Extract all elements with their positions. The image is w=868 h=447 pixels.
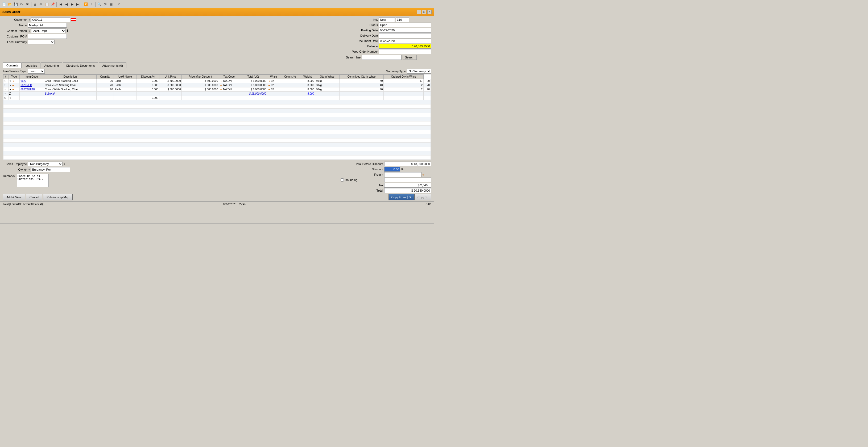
contact-person-select[interactable]: Acct. Dept. [31,28,66,33]
contact-person-label: Contact Person [3,29,27,32]
delivery-date-input[interactable] [379,33,431,38]
maximize-button[interactable]: □ [422,10,426,14]
toolbar-paste-icon[interactable]: 📌 [50,2,55,7]
cell-num: 3 [3,88,8,92]
toolbar-prev-icon[interactable]: ◀ [64,2,69,7]
tab-accounting[interactable]: Accounting [41,63,62,68]
cell-unit-price[interactable]: $ 300.0000 [159,88,182,92]
toolbar-close-icon[interactable]: ✖ [25,2,30,7]
toolbar-saveas-icon[interactable]: 🗂 [19,2,24,7]
customer-input[interactable] [31,17,70,22]
cell-tax-code [219,92,239,96]
close-button[interactable]: ✕ [427,10,432,14]
table-row: 2 ▼ ➔ 6620RED Chair - Red Stacking Chair… [3,83,431,88]
cell-discount[interactable]: 0.000 [136,83,159,88]
summary-type-select[interactable]: No Summary [407,69,431,74]
toolbar-next-icon[interactable]: ▶ [69,2,75,7]
cell-quantity[interactable]: 20 [96,79,114,83]
sales-employee-info-icon[interactable]: ℹ [64,162,65,166]
table-row-empty [3,147,431,151]
contact-info-icon[interactable]: ℹ [67,29,68,33]
web-order-number-input[interactable] [379,49,431,54]
name-input[interactable] [28,23,67,28]
cell-comm [280,92,300,96]
name-row: Name [3,23,169,28]
table-row: 1 ▼ ➔ 6620 Chair - Black Stacking Chair … [3,79,431,83]
no-value-input[interactable] [396,17,409,22]
table-row: 3 ▼ ➔ 6620WHITE Chair - White Stacking C… [3,88,431,92]
toolbar-last-icon[interactable]: ▶| [75,2,81,7]
toolbar-filter-icon[interactable]: 🔽 [83,2,88,7]
balance-input[interactable] [379,44,431,48]
document-date-input[interactable] [379,38,431,43]
window-title: Sales Order [2,10,20,14]
search-button[interactable]: Search [403,55,417,60]
col-comm: Comm. % [280,75,300,79]
freight-arrow-icon[interactable]: ➔ [422,173,425,176]
title-bar: Sales Order _ □ ✕ [0,8,434,16]
no-status-input[interactable] [379,17,395,22]
rounding-checkbox[interactable] [341,178,344,181]
copy-from-button[interactable]: Copy From ▼ [389,194,414,200]
table-row-empty [3,143,431,147]
search-line-input[interactable] [362,55,402,60]
table-row: 5 ▼ 0.000 [3,96,431,100]
cell-quantity[interactable]: 20 [96,83,114,88]
toolbar-open-icon[interactable]: 📂 [7,2,12,7]
cell-discount[interactable]: 0.000 [136,79,159,83]
cell-committed: 2 [384,88,424,92]
copy-to-button[interactable]: Copy To [414,194,431,200]
cell-description: Chair - White Stacking Chair [44,88,96,92]
tab-logistics[interactable]: Logistics [22,63,40,68]
cell-total-lc: $ 18,000.0000 [239,92,267,96]
cell-unit-price [159,96,182,100]
toolbar-scale-icon[interactable]: ⚖ [102,2,108,7]
right-fields-grid: No. Status Posting Date Delivery Date Do… [346,17,431,54]
cell-whse: ➔ 02 [267,79,280,83]
tab-electronic-documents[interactable]: Electronic Documents [63,63,98,68]
toolbar-zoom-icon[interactable]: 🔍 [97,2,102,7]
cancel-button[interactable]: Cancel [26,194,42,200]
toolbar-save-icon[interactable]: 💾 [13,2,18,7]
toolbar-copy-icon[interactable]: 📋 [44,2,50,7]
cell-price-after [182,92,219,96]
remarks-textarea[interactable]: Based On Sales Quotations 139... [17,174,49,187]
local-currency-select[interactable] [28,40,55,44]
form-left: Customer ➔ Name Contact Person ➔ Acct. D… [3,17,169,60]
cell-unit-price[interactable]: $ 300.0000 [159,79,182,83]
toolbar-preview-icon[interactable]: 👁 [38,2,44,7]
posting-date-input[interactable] [379,28,431,33]
rounding-value-input[interactable] [384,177,431,182]
cell-item-code[interactable]: 6620WHITE [20,88,44,92]
toolbar-first-icon[interactable]: |◀ [58,2,63,7]
add-view-button[interactable]: Add & View [3,194,25,200]
freight-value-input[interactable] [384,172,422,177]
cell-price-after: $ 300.0000 [182,83,219,88]
relationship-map-button[interactable]: Relationship Map [43,194,73,200]
col-unit-price: Unit Price [159,75,182,79]
cell-discount[interactable]: 0.000 [136,88,159,92]
minimize-button[interactable]: _ [417,10,421,14]
discount-value-input[interactable] [384,167,400,172]
tab-attachments[interactable]: Attachments (0) [99,63,126,68]
customer-po-input[interactable] [28,34,67,39]
sales-employee-select[interactable]: Ron Burgandy [28,162,63,166]
tab-contents[interactable]: Contents [3,63,22,68]
item-service-type-select[interactable]: Item Service [28,69,45,74]
cell-unit-price[interactable]: $ 300.0000 [159,83,182,88]
cell-item-code[interactable]: 6620RED [20,83,44,88]
cell-quantity[interactable]: 20 [96,88,114,92]
copy-from-dropdown-icon[interactable]: ▼ [407,196,412,199]
status-bar-right: SAP [426,203,431,206]
toolbar-sort-icon[interactable]: ↕ [89,2,94,7]
toolbar-new-icon[interactable]: 📄 [1,2,7,7]
toolbar-help-icon[interactable]: ? [116,2,121,7]
toolbar-print-icon[interactable]: 🖨 [32,2,38,7]
customer-po-label: Customer PO # [3,35,27,38]
status-input[interactable] [379,23,431,27]
cell-item-code[interactable]: 6620 [20,79,44,83]
owner-input[interactable] [31,167,70,172]
toolbar: 📄 📂 💾 🗂 ✖ 🖨 👁 📋 📌 |◀ ◀ ▶ ▶| 🔽 ↕ 🔍 ⚖ ▦ ? [0,0,434,8]
discount-pct-label: % [401,168,403,171]
toolbar-grid-icon[interactable]: ▦ [108,2,114,7]
